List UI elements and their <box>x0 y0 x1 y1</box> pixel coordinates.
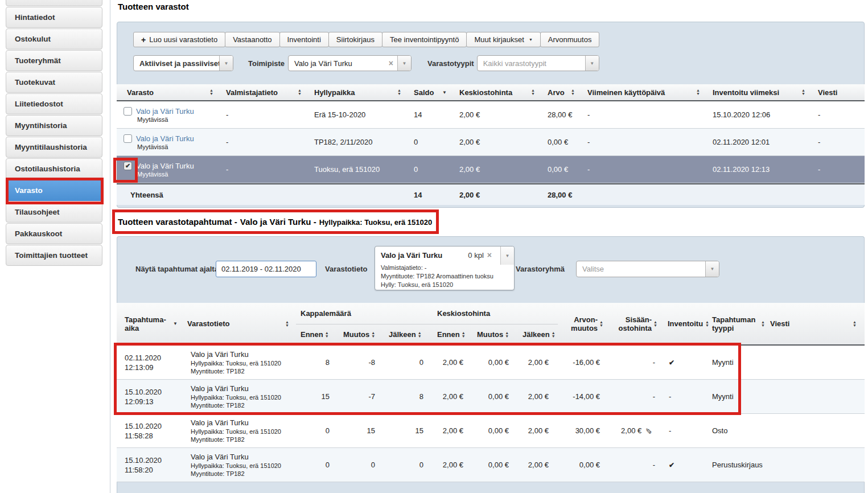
clear-location-icon[interactable]: × <box>389 59 393 68</box>
sidebar-item-varasto[interactable]: Varasto <box>6 180 102 201</box>
col-keskiostohinta[interactable]: Keskiostohinta▲▼ <box>452 88 541 97</box>
col-label: Muutos <box>343 330 369 339</box>
sidebar-item-myyntihistoria[interactable]: Myyntihistoria <box>6 115 102 136</box>
col-hinta-ennen[interactable]: Ennen▲▼ <box>433 324 472 344</box>
sort-icon[interactable]: ▲▼ <box>298 89 302 96</box>
sidebar-item-toimittajien-tuotteet[interactable]: Toimittajien tuotteet <box>6 245 102 266</box>
col-hinta-muutos[interactable]: Muutos▲▼ <box>472 324 518 344</box>
inventory-label: Inventointi <box>287 35 321 44</box>
col-arvonmuutos[interactable]: Arvon-muutos▲▼ <box>558 303 609 344</box>
sort-icon[interactable]: ▲▼ <box>418 331 422 338</box>
other-entries-button[interactable]: Muut kirjaukset ▼ <box>466 32 540 47</box>
total-value: 28,00 € <box>541 191 581 199</box>
col-sisaanostohinta[interactable]: Sisään-ostohinta▲▼ <box>609 303 663 344</box>
sidebar-item-liitetiedostot[interactable]: Liitetiedostot <box>6 93 102 114</box>
warehouse-link[interactable]: Valo ja Väri Turku <box>136 107 194 116</box>
total-label: Yhteensä <box>117 191 219 199</box>
balance-cell: 0 <box>407 138 452 146</box>
sidebar-item-tilausohjeet[interactable]: Tilausohjeet <box>6 202 102 223</box>
col-viesti[interactable]: Viesti <box>811 88 865 97</box>
sort-desc-icon[interactable]: ▼ <box>442 90 447 95</box>
sort-icon[interactable]: ▲▼ <box>552 331 556 338</box>
col-label: Viesti <box>770 319 789 328</box>
create-stock-button[interactable]: + Luo uusi varastotieto <box>133 32 225 47</box>
events-table-header: Tapahtuma-aika▼ Varastotieto▲▼ Kappalemä… <box>117 303 865 346</box>
warehouse-link[interactable]: Valo ja Väri Turku <box>136 134 194 143</box>
sidebar-item-tuoteryhmat[interactable]: Tuoteryhmät <box>6 50 102 71</box>
stockinfo-filter-caret[interactable]: ▼ <box>500 246 514 265</box>
col-hinta-jalkeen[interactable]: Jälkeen▲▼ <box>518 324 558 344</box>
sort-icon[interactable]: ▲▼ <box>371 331 375 338</box>
sort-icon[interactable]: ▲▼ <box>209 89 213 96</box>
status-filter-select[interactable]: Aktiiviset ja passiiviset ▼ <box>133 55 233 71</box>
avg-price-cell: 2,00 € <box>452 138 541 146</box>
sort-icon[interactable]: ▲▼ <box>696 89 700 96</box>
location-filter-value: Valo ja Väri Turku <box>289 59 389 68</box>
sort-icon[interactable]: ▲▼ <box>599 321 603 327</box>
clear-stockinfo-icon[interactable]: × <box>487 250 492 260</box>
purchase-price-cell: - <box>609 461 663 469</box>
price-before-cell: 2,00 € <box>433 426 472 435</box>
receive-button[interactable]: Vastaanotto <box>225 32 279 47</box>
transfer-button[interactable]: Siirtokirjaus <box>328 32 382 47</box>
col-kpl-jalkeen[interactable]: Jälkeen▲▼ <box>384 324 433 344</box>
edit-pencil-icon[interactable]: ✎ <box>644 428 653 434</box>
total-row: Yhteensä 14 2,00 € 28,00 € <box>117 183 865 205</box>
sort-icon[interactable]: ▲▼ <box>462 331 466 338</box>
sidebar-item-hintatiedot[interactable]: Hintatiedot <box>6 7 102 28</box>
sort-icon[interactable]: ▲▼ <box>397 89 401 96</box>
stock-group-select[interactable]: Valitse ▼ <box>576 261 719 277</box>
location-filter-select[interactable]: Valo ja Väri Turku × ▼ <box>288 55 412 71</box>
col-viesti[interactable]: Viesti▲▼ <box>766 303 865 344</box>
location-filter-caret[interactable]: ▼ <box>397 56 411 71</box>
row-checkbox[interactable] <box>124 134 132 143</box>
types-filter-caret[interactable]: ▼ <box>585 56 599 71</box>
sort-desc-icon[interactable]: ▼ <box>173 321 178 326</box>
col-inventoitu-viimeksi[interactable]: Inventoitu viimeksi▲▼ <box>706 88 811 97</box>
sort-icon[interactable]: ▲▼ <box>571 89 575 96</box>
col-tapahtuman-tyyppi[interactable]: Tapahtuman tyyppi▲▼ <box>707 303 766 344</box>
col-inventoitu[interactable]: Inventoitu▲▼ <box>663 303 707 344</box>
date-range-input[interactable]: 02.11.2019 - 02.11.2020 <box>216 261 316 277</box>
col-kpl-muutos[interactable]: Muutos▲▼ <box>339 324 384 344</box>
warehouse-link[interactable]: Valo ja Väri Turku <box>136 162 194 170</box>
sort-icon[interactable]: ▲▼ <box>285 321 289 327</box>
sort-icon[interactable]: ▲▼ <box>801 89 805 96</box>
stock-group-caret[interactable]: ▼ <box>705 261 719 277</box>
inventory-request-button[interactable]: Tee inventointipyyntö <box>382 32 467 47</box>
col-arvo[interactable]: Arvo▲▼ <box>541 88 581 97</box>
types-filter-select[interactable]: Kaikki varastotyypit ▼ <box>477 55 599 71</box>
sort-icon[interactable]: ▲▼ <box>505 331 509 338</box>
row-checkbox[interactable] <box>124 107 132 116</box>
sidebar-item-pakkauskoot[interactable]: Pakkauskoot <box>6 223 102 244</box>
col-valmistajatieto[interactable]: Valmistajatieto▲▼ <box>219 88 307 97</box>
row-checkbox-checked[interactable]: ✔ <box>124 162 132 170</box>
sort-icon[interactable]: ▲▼ <box>761 321 765 327</box>
stocks-table-header: Varasto▲▼ Valmistajatieto▲▼ Hyllypaikka▲… <box>117 84 865 101</box>
col-tapahtuma-aika[interactable]: Tapahtuma-aika▼ <box>117 303 185 344</box>
inventory-button[interactable]: Inventointi <box>279 32 329 47</box>
revalue-button[interactable]: Arvonmuutos <box>540 32 600 47</box>
sort-icon[interactable]: ▲▼ <box>653 321 657 327</box>
sort-icon[interactable]: ▲▼ <box>325 331 329 338</box>
sidebar-item-ostokulut[interactable]: Ostokulut <box>6 28 102 50</box>
col-viimeinen-kayttopaiva[interactable]: Viimeinen käyttöpäivä▲▼ <box>581 88 706 97</box>
location-filter-label: Toimipiste <box>248 59 285 68</box>
col-saldo[interactable]: Saldo▼ <box>407 88 452 97</box>
qty-after-cell: 8 <box>384 392 433 401</box>
event-stockinfo-cell: Valo ja Väri Turku Hyllypaikka: Tuoksu, … <box>185 384 296 409</box>
status-filter-caret[interactable]: ▼ <box>219 56 233 71</box>
sidebar-item-partial[interactable] <box>6 0 102 6</box>
col-hyllypaikka[interactable]: Hyllypaikka▲▼ <box>307 88 407 97</box>
sidebar-item-myyntitilaushistoria[interactable]: Myyntitilaushistoria <box>6 137 102 158</box>
chevron-down-icon: ▼ <box>402 61 407 66</box>
col-varasto[interactable]: Varasto▲▼ <box>117 88 219 97</box>
col-varastotieto[interactable]: Varastotieto▲▼ <box>185 303 296 344</box>
col-label: Varasto <box>127 88 154 97</box>
col-kpl-ennen[interactable]: Ennen▲▼ <box>296 324 339 344</box>
sort-icon[interactable]: ▲▼ <box>853 321 857 327</box>
stockinfo-filter-select[interactable]: Valo ja Väri Turku 0 kpl × ▼ Valmistajat… <box>375 246 515 290</box>
sidebar-item-ostotilaushistoria[interactable]: Ostotilaushistoria <box>6 158 102 179</box>
sidebar-item-tuotekuvat[interactable]: Tuotekuvat <box>6 72 102 93</box>
sort-icon[interactable]: ▲▼ <box>531 89 535 96</box>
